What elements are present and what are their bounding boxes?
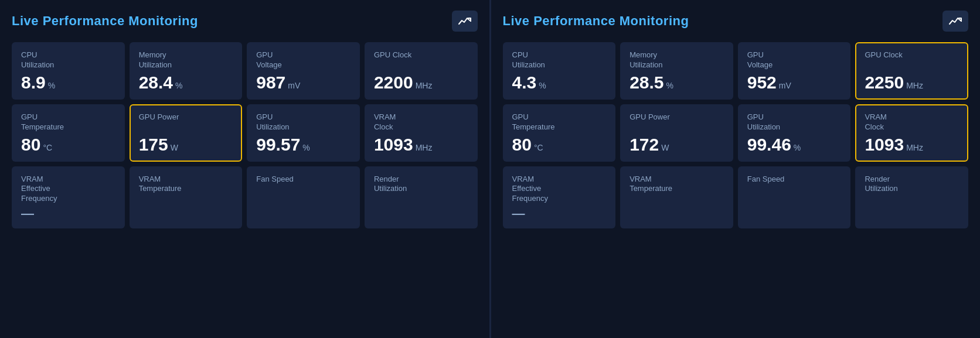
metric-value-cpu-util-1: 8.9 [21, 74, 46, 91]
metric-value-gpu-temp-1: 80 [21, 136, 40, 153]
metric-label-mem-util-2: MemoryUtilization [629, 50, 724, 70]
metric-label-vram-clock-1: VRAMClock [374, 112, 468, 132]
metric-value-row-mem-util-2: 28.5% [629, 74, 724, 91]
metric-value-gpu-clock-2: 2250 [865, 74, 904, 91]
metric-card-gpu-clock-1: GPU Clock2200MHz [365, 42, 478, 100]
metric-label-render-util-2: RenderUtilization [865, 175, 959, 194]
metric-label-gpu-voltage-1: GPUVoltage [256, 50, 351, 70]
metric-unit-gpu-clock-2: MHz [906, 81, 923, 90]
metric-value-gpu-voltage-1: 987 [256, 74, 285, 91]
metric-unit-gpu-util-2: % [794, 143, 801, 152]
metric-value-row-gpu-util-2: 99.46% [747, 136, 842, 153]
metric-label-gpu-util-2: GPUUtilization [747, 112, 842, 132]
metric-card-gpu-power-1: GPU Power175W [130, 104, 243, 162]
metric-card-gpu-util-2: GPUUtilization99.46% [738, 104, 851, 162]
chart-icon-left [458, 16, 471, 26]
metric-label-gpu-voltage-2: GPUVoltage [747, 50, 842, 70]
metric-card-gpu-voltage-1: GPUVoltage987mV [247, 42, 360, 100]
panel-right-title: Live Performance Monitoring [503, 13, 689, 29]
metric-card-gpu-clock-2: GPU Clock2250MHz [855, 42, 968, 100]
metric-value-gpu-clock-1: 2200 [374, 74, 413, 91]
metric-value-row-gpu-util-1: 99.57% [256, 136, 351, 153]
metric-value-gpu-util-1: 99.57 [256, 136, 300, 153]
metric-label-vram-eff-2: VRAMEffectiveFrequency [512, 175, 607, 204]
metric-value-row-gpu-clock-2: 2250MHz [865, 74, 959, 91]
metric-card-vram-temp-2: VRAMTemperature [620, 166, 733, 229]
metrics-grid-left: CPUUtilization8.9%MemoryUtilization28.4%… [12, 42, 478, 228]
metric-card-render-util-1: RenderUtilization [365, 166, 478, 229]
metric-card-cpu-util-1: CPUUtilization8.9% [12, 42, 125, 100]
metric-card-fan-speed-1: Fan Speed [247, 166, 360, 229]
metric-value-mem-util-2: 28.5 [629, 74, 663, 91]
metric-label-gpu-power-2: GPU Power [629, 112, 724, 122]
panel-left: Live Performance Monitoring CPUUtilizati… [0, 0, 489, 338]
metric-card-gpu-temp-1: GPUTemperature80°C [12, 104, 125, 162]
metric-card-vram-clock-2: VRAMClock1093MHz [855, 104, 968, 162]
metric-label-cpu-util-2: CPUUtilization [512, 50, 607, 70]
metric-unit-cpu-util-1: % [48, 81, 55, 90]
metric-value-vram-eff-2: — [512, 207, 525, 220]
metric-value-row-vram-eff-1: — [21, 207, 115, 220]
metric-label-gpu-temp-1: GPUTemperature [21, 112, 115, 132]
metric-card-vram-eff-2: VRAMEffectiveFrequency— [503, 166, 616, 229]
metric-card-gpu-util-1: GPUUtilization99.57% [247, 104, 360, 162]
metric-unit-vram-clock-1: MHz [416, 143, 433, 152]
metric-unit-mem-util-2: % [666, 81, 673, 90]
metric-value-row-gpu-power-1: 175W [139, 136, 233, 153]
metric-label-cpu-util-1: CPUUtilization [21, 50, 115, 70]
metric-card-mem-util-1: MemoryUtilization28.4% [130, 42, 243, 100]
metric-value-gpu-power-2: 172 [629, 136, 659, 153]
panel-left-header: Live Performance Monitoring [12, 11, 478, 32]
metric-label-vram-clock-2: VRAMClock [865, 112, 959, 132]
metric-unit-gpu-voltage-1: mV [288, 81, 300, 90]
metric-card-gpu-power-2: GPU Power172W [620, 104, 733, 162]
metric-label-vram-eff-1: VRAMEffectiveFrequency [21, 175, 115, 204]
chart-icon-button-right[interactable] [942, 11, 968, 32]
metric-card-gpu-temp-2: GPUTemperature80°C [503, 104, 616, 162]
metric-unit-mem-util-1: % [175, 81, 182, 90]
metric-value-row-vram-clock-1: 1093MHz [374, 136, 468, 153]
metric-value-cpu-util-2: 4.3 [512, 74, 537, 91]
metric-label-gpu-clock-1: GPU Clock [374, 50, 468, 60]
panel-left-title: Live Performance Monitoring [12, 13, 198, 29]
metric-card-vram-clock-1: VRAMClock1093MHz [365, 104, 478, 162]
metric-value-mem-util-1: 28.4 [139, 74, 173, 91]
metric-card-vram-temp-1: VRAMTemperature [130, 166, 243, 229]
metric-value-row-gpu-clock-1: 2200MHz [374, 74, 468, 91]
metric-value-gpu-power-1: 175 [139, 136, 168, 153]
metric-value-vram-clock-1: 1093 [374, 136, 413, 153]
metric-label-gpu-util-1: GPUUtilization [256, 112, 351, 132]
metric-unit-gpu-temp-2: °C [534, 143, 543, 152]
chart-icon-right [949, 16, 962, 26]
metric-unit-cpu-util-2: % [539, 81, 546, 90]
metric-value-row-mem-util-1: 28.4% [139, 74, 233, 91]
metrics-grid-right: CPUUtilization4.3%MemoryUtilization28.5%… [503, 42, 969, 228]
metric-unit-vram-clock-2: MHz [906, 143, 923, 152]
metric-value-vram-eff-1: — [21, 207, 34, 220]
metric-card-fan-speed-2: Fan Speed [738, 166, 851, 229]
metric-card-gpu-voltage-2: GPUVoltage952mV [738, 42, 851, 100]
metric-unit-gpu-temp-1: °C [43, 143, 52, 152]
metric-value-vram-clock-2: 1093 [865, 136, 904, 153]
metric-label-vram-temp-1: VRAMTemperature [139, 175, 233, 194]
metric-label-fan-speed-2: Fan Speed [747, 175, 842, 185]
metric-label-mem-util-1: MemoryUtilization [139, 50, 233, 70]
panel-right-header: Live Performance Monitoring [503, 11, 969, 32]
metric-value-row-gpu-voltage-1: 987mV [256, 74, 351, 91]
metric-unit-gpu-power-2: W [661, 143, 669, 152]
metric-value-row-gpu-voltage-2: 952mV [747, 74, 842, 91]
metric-card-vram-eff-1: VRAMEffectiveFrequency— [12, 166, 125, 229]
metric-value-row-vram-clock-2: 1093MHz [865, 136, 959, 153]
metric-unit-gpu-clock-1: MHz [416, 81, 433, 90]
metric-value-row-cpu-util-2: 4.3% [512, 74, 607, 91]
metric-value-gpu-util-2: 99.46 [747, 136, 791, 153]
metric-value-row-gpu-temp-1: 80°C [21, 136, 115, 153]
metric-label-vram-temp-2: VRAMTemperature [629, 175, 724, 194]
panel-right: Live Performance Monitoring CPUUtilizati… [491, 0, 981, 338]
metric-value-gpu-temp-2: 80 [512, 136, 532, 153]
metric-unit-gpu-voltage-2: mV [779, 81, 791, 90]
metric-label-gpu-temp-2: GPUTemperature [512, 112, 607, 132]
chart-icon-button-left[interactable] [452, 11, 478, 32]
metric-card-cpu-util-2: CPUUtilization4.3% [503, 42, 616, 100]
metric-value-row-vram-eff-2: — [512, 207, 607, 220]
